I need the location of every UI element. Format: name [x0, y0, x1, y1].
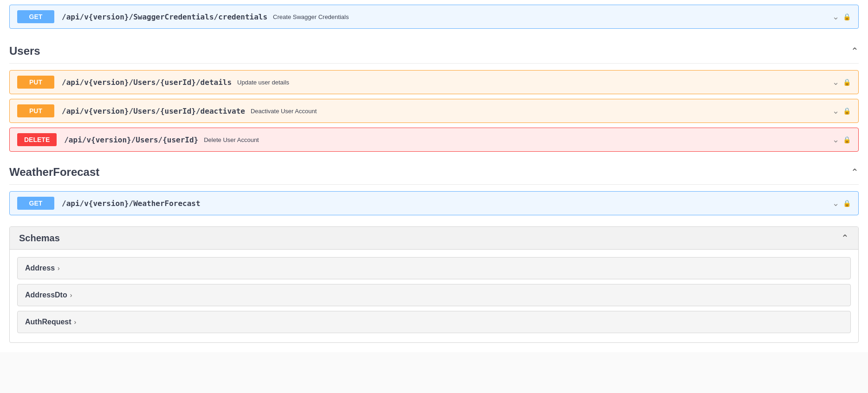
opblock-summary[interactable]: DELETE /api/v{version}/Users/{userId} De… — [10, 128, 858, 151]
schemas-container: Schemas ⌃ Address › AddressDto › AuthReq… — [9, 226, 859, 343]
schema-expand-icon[interactable]: › — [70, 291, 72, 299]
weatherforecast-chevron-up-icon[interactable]: ⌃ — [851, 167, 859, 178]
schemas-title: Schemas — [19, 233, 60, 244]
lock-icon: 🔒 — [843, 13, 851, 20]
method-badge-delete: DELETE — [17, 133, 57, 146]
swagger-ui: GET /api/v{version}/SwaggerCredentials/c… — [0, 0, 868, 352]
schema-expand-icon[interactable]: › — [74, 318, 77, 326]
summary-controls: ⌄ 🔒 — [832, 77, 851, 87]
endpoint-description: Delete User Account — [204, 136, 832, 143]
lock-icon: 🔒 — [843, 78, 851, 86]
put-user-deactivate-endpoint[interactable]: PUT /api/v{version}/Users/{userId}/deact… — [9, 99, 859, 123]
opblock-summary[interactable]: GET /api/v{version}/SwaggerCredentials/c… — [10, 5, 858, 28]
opblock-summary[interactable]: GET /api/v{version}/WeatherForecast ⌄ 🔒 — [10, 192, 858, 215]
schema-item-addressdto[interactable]: AddressDto › — [17, 284, 851, 306]
schemas-body: Address › AddressDto › AuthRequest › — [10, 250, 858, 342]
method-badge-put: PUT — [17, 76, 54, 89]
opblock-summary[interactable]: PUT /api/v{version}/Users/{userId}/deact… — [10, 99, 858, 122]
users-section-title: Users — [9, 45, 40, 58]
method-badge-get: GET — [17, 10, 54, 23]
schema-expand-icon[interactable]: › — [58, 264, 60, 272]
summary-controls: ⌄ 🔒 — [832, 135, 851, 145]
delete-user-endpoint[interactable]: DELETE /api/v{version}/Users/{userId} De… — [9, 128, 859, 152]
method-badge-get: GET — [17, 197, 54, 210]
schema-item-address[interactable]: Address › — [17, 257, 851, 279]
weatherforecast-section-header[interactable]: WeatherForecast ⌃ — [9, 158, 859, 185]
chevron-down-icon[interactable]: ⌄ — [832, 12, 839, 22]
schema-item-authrequest[interactable]: AuthRequest › — [17, 311, 851, 333]
chevron-down-icon[interactable]: ⌄ — [832, 198, 839, 208]
schema-name: AuthRequest — [25, 318, 71, 326]
opblock-summary[interactable]: PUT /api/v{version}/Users/{userId}/detai… — [10, 71, 858, 94]
users-chevron-up-icon[interactable]: ⌃ — [851, 45, 859, 57]
lock-icon: 🔒 — [843, 200, 851, 207]
lock-icon: 🔒 — [843, 136, 851, 143]
top-get-endpoint[interactable]: GET /api/v{version}/SwaggerCredentials/c… — [9, 5, 859, 29]
schema-name: Address — [25, 264, 55, 272]
endpoint-description: Deactivate User Account — [251, 108, 832, 115]
endpoint-path: /api/v{version}/WeatherForecast — [62, 199, 201, 208]
method-badge-put: PUT — [17, 104, 54, 117]
weatherforecast-section-title: WeatherForecast — [9, 166, 99, 179]
summary-controls: ⌄ 🔒 — [832, 106, 851, 116]
endpoint-description: Update user details — [237, 79, 832, 86]
endpoint-path: /api/v{version}/Users/{userId}/details — [62, 78, 232, 87]
chevron-down-icon[interactable]: ⌄ — [832, 77, 839, 87]
endpoint-path: /api/v{version}/Users/{userId}/deactivat… — [62, 107, 245, 116]
get-weatherforecast-endpoint[interactable]: GET /api/v{version}/WeatherForecast ⌄ 🔒 — [9, 191, 859, 215]
chevron-down-icon[interactable]: ⌄ — [832, 135, 839, 145]
chevron-down-icon[interactable]: ⌄ — [832, 106, 839, 116]
schema-name: AddressDto — [25, 291, 67, 299]
users-section-header[interactable]: Users ⌃ — [9, 37, 859, 64]
schemas-header[interactable]: Schemas ⌃ — [10, 227, 858, 250]
schemas-chevron-up-icon[interactable]: ⌃ — [841, 232, 849, 244]
lock-icon: 🔒 — [843, 107, 851, 115]
put-user-details-endpoint[interactable]: PUT /api/v{version}/Users/{userId}/detai… — [9, 70, 859, 94]
endpoint-description: Create Swagger Credentials — [273, 13, 832, 20]
summary-controls: ⌄ 🔒 — [832, 198, 851, 208]
endpoint-path: /api/v{version}/SwaggerCredentials/crede… — [62, 13, 267, 21]
endpoint-path: /api/v{version}/Users/{userId} — [64, 135, 198, 144]
summary-controls: ⌄ 🔒 — [832, 12, 851, 22]
